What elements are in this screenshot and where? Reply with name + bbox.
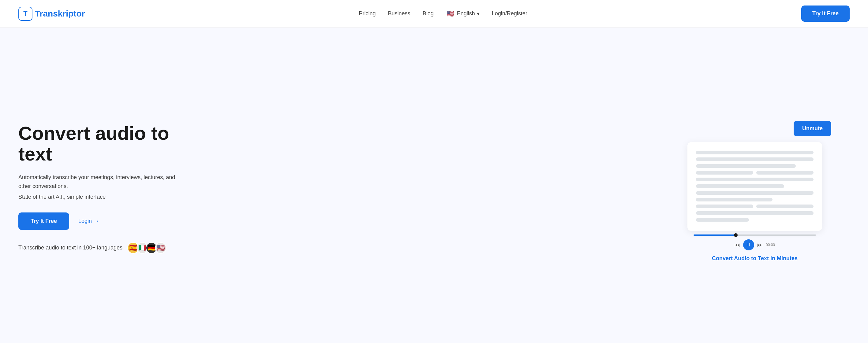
skip-back-button[interactable]: ⏮ bbox=[735, 242, 740, 248]
flag-icon: 🇺🇸 bbox=[446, 9, 455, 18]
chevron-down-icon: ▾ bbox=[477, 10, 479, 17]
progress-bar-row[interactable] bbox=[687, 235, 822, 236]
login-register-link[interactable]: Login/Register bbox=[492, 10, 527, 17]
unmute-button[interactable]: Unmute bbox=[794, 121, 831, 136]
try-it-free-hero-button[interactable]: Try It Free bbox=[18, 212, 69, 230]
logo-icon: T bbox=[18, 7, 32, 21]
languages-row: Transcribe audio to text in 100+ languag… bbox=[18, 242, 208, 254]
player-controls: ⏮ ⏸ ⏭ 00:00 bbox=[735, 239, 775, 250]
flag-badges: 🇪🇸 🇮🇹 🇩🇪 🇺🇸 bbox=[127, 242, 166, 254]
transcript-line bbox=[696, 164, 796, 168]
logo[interactable]: T Transkriptor bbox=[18, 7, 85, 21]
login-arrow-icon: → bbox=[94, 218, 99, 225]
nav-links: Pricing Business Blog 🇺🇸 English ▾ Login… bbox=[359, 9, 527, 18]
transcript-line-pair bbox=[696, 171, 813, 178]
play-pause-button[interactable]: ⏸ bbox=[743, 239, 754, 250]
logo-text: Transkriptor bbox=[35, 9, 85, 19]
audio-progress-dot bbox=[734, 233, 738, 237]
time-display: 00:00 bbox=[766, 243, 775, 247]
transcript-line bbox=[696, 191, 813, 195]
audio-progress-filled bbox=[693, 235, 736, 236]
transcript-line bbox=[696, 218, 749, 221]
audio-progress-bar[interactable] bbox=[693, 235, 816, 236]
hero-right: Unmute bbox=[660, 115, 850, 262]
transcript-line-pair bbox=[696, 205, 813, 211]
flag-us: 🇺🇸 bbox=[155, 242, 166, 254]
transcript-line bbox=[696, 158, 813, 161]
hero-section: Convert audio to text Automatically tran… bbox=[0, 28, 868, 343]
hero-left: Convert audio to text Automatically tran… bbox=[18, 123, 208, 254]
pause-icon: ⏸ bbox=[746, 242, 751, 248]
hero-buttons: Try It Free Login → bbox=[18, 212, 208, 230]
transcript-line bbox=[696, 211, 813, 215]
language-label: English bbox=[457, 10, 475, 17]
convert-caption: Convert Audio to Text in Minutes bbox=[712, 255, 798, 262]
audio-player: ⏮ ⏸ ⏭ 00:00 bbox=[660, 231, 850, 250]
nav-blog[interactable]: Blog bbox=[423, 10, 434, 17]
hero-title: Convert audio to text bbox=[18, 123, 208, 165]
try-it-free-nav-button[interactable]: Try It Free bbox=[801, 5, 850, 22]
skip-forward-button[interactable]: ⏭ bbox=[757, 242, 763, 248]
transcript-line bbox=[696, 184, 784, 188]
navbar: T Transkriptor Pricing Business Blog 🇺🇸 … bbox=[0, 0, 868, 28]
languages-text: Transcribe audio to text in 100+ languag… bbox=[18, 245, 122, 251]
transcript-line bbox=[696, 151, 813, 155]
nav-business[interactable]: Business bbox=[388, 10, 410, 17]
login-label: Login bbox=[79, 218, 92, 225]
transcript-line bbox=[696, 198, 773, 202]
transcript-card bbox=[687, 142, 822, 231]
language-selector[interactable]: 🇺🇸 English ▾ bbox=[446, 9, 479, 18]
hero-subtitle1: Automatically transcribe your meetings, … bbox=[18, 173, 178, 191]
transcript-line bbox=[696, 178, 813, 181]
login-link[interactable]: Login → bbox=[79, 218, 99, 225]
nav-pricing[interactable]: Pricing bbox=[359, 10, 376, 17]
hero-subtitle2: State of the art A.I., simple interface bbox=[18, 194, 208, 200]
